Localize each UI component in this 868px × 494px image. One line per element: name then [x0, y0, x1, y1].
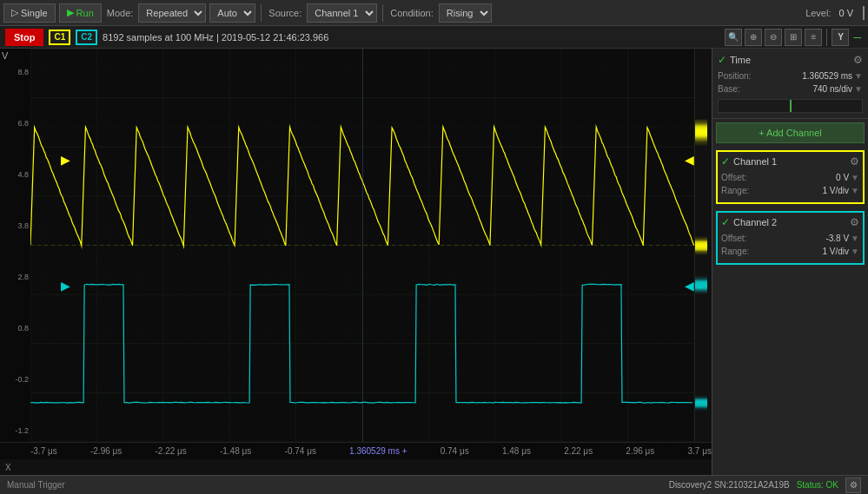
vert-sep: [826, 29, 827, 46]
position-arrow[interactable]: ▼: [854, 71, 863, 81]
condition-select[interactable]: Rising: [439, 3, 492, 23]
scope-wrapper: V 8.8 6.8 4.8 3.8 2.8 0.8 -0.2 -1.2 ▶ ▶ …: [0, 49, 712, 442]
separator: [261, 4, 262, 22]
mode-select[interactable]: Repeated: [138, 3, 206, 23]
ch2-range-arrow[interactable]: ▼: [851, 247, 859, 256]
ch1-range-value-area: 1 V/div ▼: [823, 186, 859, 195]
position-value: 1.360529 ms: [802, 71, 852, 81]
ch1-badge[interactable]: C1: [49, 30, 70, 45]
y-axis: V 8.8 6.8 4.8 3.8 2.8 0.8 -0.2 -1.2: [0, 49, 30, 442]
oscilloscope-canvas[interactable]: [30, 49, 694, 442]
base-arrow[interactable]: ▼: [854, 84, 863, 94]
time-cursor-bar[interactable]: [718, 99, 863, 113]
ch1-title: ✓ Channel 1: [721, 155, 777, 168]
y-line: ─: [851, 31, 863, 43]
stop-button[interactable]: Stop: [5, 29, 43, 46]
ch1-offset-value-area: 0 V ▼: [836, 173, 859, 182]
histogram-canvas: [677, 49, 694, 57]
status-bar: Manual Trigger Discovery2 SN:210321A2A19…: [0, 475, 868, 494]
base-value: 740 ns/div: [813, 84, 853, 94]
ch2-range-value: 1 V/div: [823, 247, 850, 256]
y-label-68: 6.8: [2, 119, 29, 128]
x-label-8: 2.22 μs: [564, 446, 593, 456]
y-label-08: 0.8: [2, 324, 29, 333]
status-right: Discovery2 SN:210321A2A19B Status: OK ⚙: [669, 478, 861, 493]
channel1-section: ✓ Channel 1 ⚙ Offset: 0 V ▼ Range: 1 V/d…: [716, 150, 865, 204]
histogram-panel: [694, 49, 712, 442]
x-label-5: 1.360529 ms +: [349, 446, 407, 456]
zoom-out-icon[interactable]: ⊖: [765, 29, 782, 46]
level-label: Level:: [804, 8, 832, 18]
y-label-88: 8.8: [2, 68, 29, 76]
ch2-offset-value-area: -3.8 V ▼: [825, 234, 859, 243]
y-unit: V: [2, 50, 8, 61]
ch2-gear-icon[interactable]: ⚙: [850, 216, 859, 228]
ch1-offset-row: Offset: 0 V ▼: [721, 173, 859, 182]
level-value: 0 V: [835, 8, 857, 18]
single-icon: ▷: [11, 7, 18, 18]
settings-gear-icon[interactable]: ⚙: [845, 478, 861, 493]
canvas-container[interactable]: ▶ ▶ ◀ ◀: [30, 49, 694, 442]
source-select[interactable]: Channel 1: [307, 3, 377, 23]
x-label-1: -2.96 μs: [90, 446, 122, 456]
auto-select[interactable]: Auto: [209, 3, 255, 23]
fit-icon[interactable]: ⊞: [785, 29, 802, 46]
time-title: ✓ Time: [718, 54, 751, 66]
time-gear-icon[interactable]: ⚙: [853, 54, 863, 66]
ch2-offset-label: Offset:: [721, 234, 746, 243]
x-indicator-label: X: [5, 463, 11, 472]
histogram2-canvas: [695, 49, 712, 442]
ch2-offset-row: Offset: -3.8 V ▼: [721, 234, 859, 243]
y-label-38: 3.8: [2, 221, 29, 230]
y-label-n12: -1.2: [2, 426, 29, 435]
source-label: Source:: [267, 8, 303, 18]
info-bar: Stop C1 C2 8192 samples at 100 MHz | 201…: [0, 26, 868, 49]
ch1-offset-value: 0 V: [836, 173, 849, 182]
add-channel-button[interactable]: + Add Channel: [716, 122, 865, 143]
base-label: Base:: [718, 84, 740, 94]
main-content: V 8.8 6.8 4.8 3.8 2.8 0.8 -0.2 -1.2 ▶ ▶ …: [0, 49, 868, 475]
sample-info: 8192 samples at 100 MHz | 2019-05-12 21:…: [103, 32, 328, 43]
x-label-3: -1.48 μs: [220, 446, 251, 456]
ch1-range-arrow[interactable]: ▼: [851, 186, 859, 195]
x-label-10: 3.7 μs: [688, 446, 712, 456]
ch2-check-icon: ✓: [721, 216, 730, 228]
position-value-area: 1.360529 ms ▼: [802, 71, 863, 81]
time-cursor-indicator: [790, 100, 792, 112]
y-label-n02: -0.2: [2, 375, 29, 384]
condition-label: Condition:: [388, 8, 435, 18]
ch1-gear-icon[interactable]: ⚙: [850, 155, 859, 168]
y-label-48: 4.8: [2, 170, 29, 179]
time-check-icon: ✓: [718, 54, 726, 66]
zoom-in-icon[interactable]: ⊕: [745, 29, 762, 46]
ch1-range-value: 1 V/div: [823, 186, 850, 195]
x-label-4: -0.74 μs: [285, 446, 316, 456]
x-indicator-bar: X: [0, 459, 712, 475]
ch2-title: ✓ Channel 2: [721, 216, 777, 228]
run-icon: ▶: [67, 7, 74, 18]
ch1-header: ✓ Channel 1 ⚙: [721, 155, 859, 168]
ch1-check-icon: ✓: [721, 155, 730, 168]
device-label: Discovery2 SN:210321A2A19B: [669, 480, 790, 490]
scope-area: V 8.8 6.8 4.8 3.8 2.8 0.8 -0.2 -1.2 ▶ ▶ …: [0, 49, 712, 475]
right-panel: ✓ Time ⚙ Position: 1.360529 ms ▼ Base: 7…: [712, 49, 868, 475]
ch2-offset-value: -3.8 V: [825, 234, 849, 243]
toolbar: ▷ Single ▶ Run Mode: Repeated Auto Sourc…: [0, 0, 868, 26]
ch2-range-row: Range: 1 V/div ▼: [721, 247, 859, 256]
x-label-9: 2.96 μs: [626, 446, 654, 456]
measure-icon[interactable]: ≡: [805, 29, 822, 46]
add-channel-section: + Add Channel: [712, 119, 868, 147]
ch2-offset-arrow[interactable]: ▼: [851, 234, 859, 243]
ch2-badge[interactable]: C2: [76, 30, 97, 45]
level-area: Level: 0 V: [804, 6, 865, 20]
ch1-offset-label: Offset:: [721, 173, 746, 182]
x-label-7: 1.48 μs: [502, 446, 531, 456]
ch1-range-row: Range: 1 V/div ▼: [721, 186, 859, 195]
ch1-offset-arrow[interactable]: ▼: [851, 173, 859, 182]
ch2-range-value-area: 1 V/div ▼: [823, 247, 859, 256]
y-icon[interactable]: Y: [832, 29, 849, 46]
single-button[interactable]: ▷ Single: [3, 3, 56, 23]
run-button[interactable]: ▶ Run: [59, 3, 102, 23]
trigger-label: Manual Trigger: [7, 480, 65, 490]
zoom-icon[interactable]: 🔍: [725, 29, 742, 46]
